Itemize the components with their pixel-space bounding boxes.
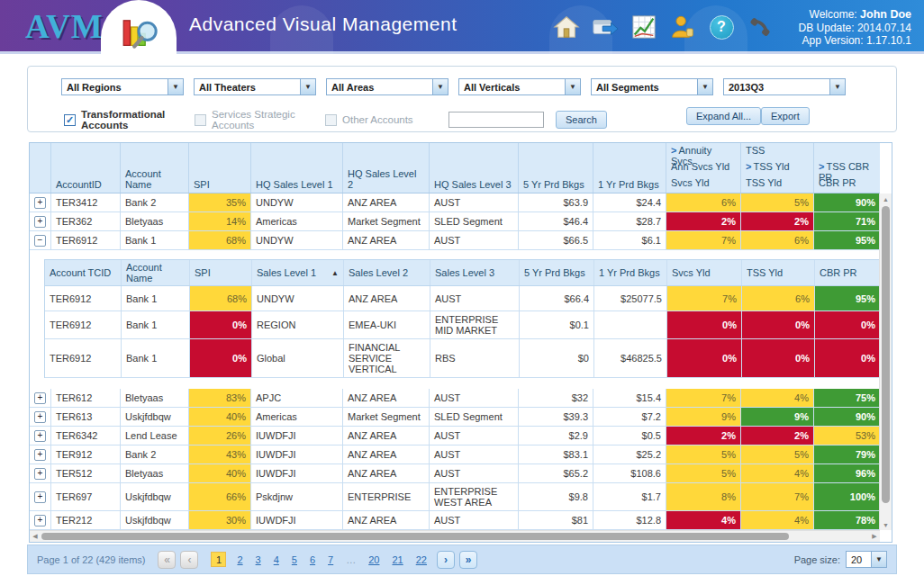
row-expand-button[interactable]: − — [34, 235, 46, 247]
search-button[interactable]: Search — [556, 111, 607, 129]
next-page-button[interactable]: › — [437, 551, 455, 569]
dropdown-arrow-icon[interactable]: ▼ — [565, 79, 580, 94]
cell-5yr-bkgs: $65.2 — [519, 464, 593, 482]
scroll-right-arrow-icon[interactable]: ▶ — [869, 531, 880, 542]
horizontal-scrollbar-thumb[interactable] — [41, 533, 789, 540]
page-number[interactable]: 3 — [256, 554, 261, 565]
subcolumn-header-sales-level-1[interactable]: Sales Level 1▲ — [252, 260, 344, 285]
first-page-button[interactable]: « — [158, 551, 176, 569]
dropdown-arrow-icon[interactable]: ▼ — [829, 79, 845, 94]
column-group-tss-cbr-pr[interactable]: >TSS CBR PR CBR PR — [814, 143, 880, 193]
dropdown-arrow-icon[interactable]: ▼ — [697, 79, 712, 94]
cell-sales-level-3: SLED Segment — [430, 408, 519, 426]
db-update-line: DB Update: 2014.07.14 — [799, 22, 911, 35]
export-icon[interactable] — [591, 13, 620, 41]
dropdown-arrow-icon[interactable]: ▼ — [300, 79, 315, 94]
page-size-value: 20 — [847, 552, 871, 567]
filter-dropdown[interactable]: All Areas ▼ — [326, 78, 448, 95]
previous-page-button[interactable]: ‹ — [180, 551, 198, 569]
subcolumn-header-spi[interactable]: SPI — [190, 260, 252, 285]
subcolumn-header-5yr[interactable]: 5 Yr Prd Bkgs — [520, 260, 594, 285]
cell-sales-level-3: AUST — [430, 286, 520, 310]
last-page-button[interactable]: » — [459, 551, 477, 569]
row-expand-button[interactable]: + — [34, 491, 46, 503]
column-header-hq-sales-level-2[interactable]: HQ Sales Level 2 — [343, 143, 430, 193]
filter-dropdown[interactable]: All Verticals ▼ — [458, 78, 581, 95]
column-header-accountid[interactable]: AccountID — [51, 143, 121, 193]
page-number[interactable]: 22 — [416, 554, 427, 565]
column-header-5yr-prd-bkgs[interactable]: 5 Yr Prd Bkgs — [519, 143, 593, 193]
page-number[interactable]: 5 — [292, 554, 297, 565]
subcolumn-header-cbr-pr[interactable]: CBR PR — [815, 260, 880, 285]
page-number[interactable]: … — [346, 554, 356, 565]
reports-chart-icon[interactable] — [630, 13, 658, 41]
dropdown-arrow-icon[interactable]: ▼ — [871, 552, 886, 567]
cell-spi: 26% — [189, 427, 251, 445]
checkbox-box[interactable]: ✓ — [195, 114, 206, 126]
account-type-checkbox[interactable]: ✓ Other Accounts — [325, 114, 448, 126]
scroll-up-arrow-icon[interactable]: ▲ — [880, 194, 892, 204]
page-number[interactable]: 6 — [310, 554, 315, 565]
row-expand-button[interactable]: + — [34, 392, 46, 404]
export-button[interactable]: Export — [761, 107, 810, 125]
expand-all-button[interactable]: Expand All... — [686, 107, 761, 125]
column-group-annuity-svcs[interactable]: >Annuity Svcs Ann Svcs Yld Svcs Yld — [666, 143, 741, 193]
checkbox-box[interactable]: ✓ — [325, 114, 337, 126]
subcolumn-header-1yr[interactable]: 1 Yr Prd Bkgs — [594, 260, 667, 285]
row-expand-button[interactable]: + — [34, 430, 46, 442]
page-number[interactable]: 7 — [328, 554, 333, 565]
cell-5yr-bkgs: $81 — [519, 511, 593, 529]
cell-spi: 30% — [189, 511, 251, 529]
subcolumn-header-svcs-yld[interactable]: Svcs Yld — [667, 260, 742, 285]
cell-sales-level-1: UNDYW — [251, 231, 343, 249]
subcolumn-header-tss-yld[interactable]: TSS Yld — [742, 260, 815, 285]
help-icon[interactable]: ? — [707, 13, 736, 41]
filter-dropdown[interactable]: All Theaters ▼ — [194, 78, 316, 95]
column-header-account-name[interactable]: Account Name — [121, 143, 189, 193]
row-expand-button[interactable]: + — [34, 197, 46, 209]
account-type-checkbox[interactable]: ✓ Transformational Accounts — [64, 109, 195, 130]
home-icon[interactable] — [552, 13, 581, 41]
user-icon[interactable] — [668, 13, 697, 41]
search-input[interactable] — [448, 112, 544, 128]
filter-dropdown[interactable]: All Regions ▼ — [61, 78, 184, 95]
scroll-down-arrow-icon[interactable]: ▼ — [880, 519, 892, 530]
row-expand-button[interactable]: + — [34, 468, 46, 480]
subcolumn-header-account-tcid[interactable]: Account TCID — [45, 260, 122, 285]
page-number[interactable]: 2 — [237, 554, 242, 565]
vertical-scrollbar-thumb[interactable] — [882, 206, 890, 503]
row-expand-button[interactable]: + — [34, 449, 46, 461]
cell-accountid: TER613 — [51, 408, 121, 426]
page-number[interactable]: 4 — [274, 554, 279, 565]
subcolumn-header-sales-level-3[interactable]: Sales Level 3 — [430, 260, 520, 285]
column-header-hq-sales-level-1[interactable]: HQ Sales Level 1 — [251, 143, 343, 193]
page-number[interactable]: 21 — [392, 554, 403, 565]
subcolumn-header-sales-level-2[interactable]: Sales Level 2 — [344, 260, 430, 285]
vertical-scrollbar[interactable]: ▲ ▼ — [879, 194, 892, 530]
column-header-hq-sales-level-3[interactable]: HQ Sales Level 3 — [430, 143, 519, 193]
phone-icon[interactable] — [746, 13, 775, 41]
account-type-checkbox[interactable]: ✓ Services Strategic Accounts — [195, 109, 325, 130]
column-header-spi[interactable]: SPI — [189, 143, 251, 193]
row-expand-button[interactable]: + — [34, 411, 46, 423]
column-group-tss[interactable]: TSS >TSS Yld TSS Yld — [741, 143, 814, 193]
page-size-select[interactable]: 20 ▼ — [846, 551, 887, 568]
dropdown-arrow-icon[interactable]: ▼ — [432, 79, 448, 94]
filter-dropdown[interactable]: All Segments ▼ — [591, 78, 713, 95]
row-expand-button[interactable]: + — [34, 216, 46, 228]
rows-before-group: + TER3412 Bank 2 35% UNDYW ANZ AREA AUST… — [30, 194, 880, 250]
horizontal-scrollbar[interactable]: ◀ ▶ — [30, 530, 880, 542]
cell-sales-level-2: ANZ AREA — [343, 389, 430, 407]
row-expand-button[interactable]: + — [34, 515, 46, 526]
checkbox-box[interactable]: ✓ — [64, 114, 76, 126]
filter-dropdown[interactable]: 2013Q3 ▼ — [723, 78, 846, 95]
cell-accountid: TER6342 — [51, 427, 121, 445]
scroll-left-arrow-icon[interactable]: ◀ — [30, 531, 41, 542]
dropdown-arrow-icon[interactable]: ▼ — [168, 79, 183, 94]
subcolumn-header-account-name[interactable]: Account Name — [122, 260, 190, 285]
column-header-1yr-prd-bkgs[interactable]: 1 Yr Prd Bkgs — [593, 143, 666, 193]
cell-1yr-bkgs: $7.2 — [593, 408, 666, 426]
sort-ascending-icon: ▲ — [328, 269, 339, 277]
page-number[interactable]: 1 — [211, 552, 226, 567]
page-number[interactable]: 20 — [368, 554, 379, 565]
